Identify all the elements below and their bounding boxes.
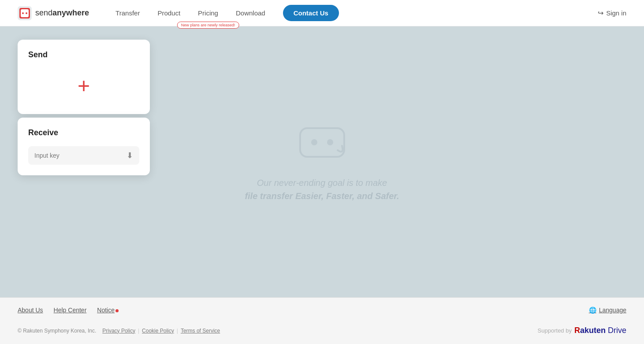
language-button[interactable]: 🌐 Language	[589, 307, 626, 314]
tagline: Our never-ending goal is to make file tr…	[245, 176, 399, 203]
nav-pricing-wrapper: Pricing New plans are newly released!	[198, 9, 218, 17]
rakuten-logo: Rakuten Drive	[574, 326, 626, 335]
supported-by-text: Supported by	[538, 327, 572, 334]
svg-rect-5	[300, 128, 344, 157]
add-file-icon: +	[78, 75, 90, 96]
nav-product[interactable]: Product	[157, 9, 180, 17]
sign-in-button[interactable]: ↪ Sign in	[598, 9, 626, 17]
footer-right: 🌐 Language	[589, 307, 626, 314]
sign-in-icon: ↪	[598, 9, 603, 17]
nav-pricing[interactable]: Pricing	[198, 9, 218, 17]
main-nav: Transfer Product Pricing New plans are n…	[115, 5, 598, 21]
header: sendanywhere Transfer Product Pricing Ne…	[0, 0, 644, 26]
logo[interactable]: sendanywhere	[18, 6, 89, 20]
logo-icon	[18, 6, 32, 20]
contact-us-button[interactable]: Contact Us	[283, 5, 339, 21]
main-content: Send + Receive ⬇ Our never-ending goal	[0, 26, 644, 297]
footer: About Us Help Center Notice 🌐 Language ©…	[0, 297, 644, 344]
cards-container: Send + Receive ⬇	[18, 40, 150, 175]
send-file-area[interactable]: +	[28, 68, 139, 104]
send-card: Send +	[18, 40, 150, 114]
footer-legal: © Rakuten Symphony Korea, Inc. Privacy P…	[18, 328, 220, 334]
footer-bottom: © Rakuten Symphony Korea, Inc. Privacy P…	[18, 326, 626, 335]
logo-text: sendanywhere	[35, 8, 89, 18]
send-title: Send	[28, 50, 139, 59]
receive-card: Receive ⬇	[18, 118, 150, 175]
svg-point-7	[327, 139, 333, 145]
footer-copyright: © Rakuten Symphony Korea, Inc.	[18, 328, 96, 334]
svg-point-4	[26, 12, 27, 14]
notice-dot	[115, 309, 119, 312]
svg-point-3	[22, 12, 24, 14]
receive-input-wrapper: ⬇	[28, 146, 139, 165]
download-icon[interactable]: ⬇	[127, 151, 133, 160]
big-logo-icon	[296, 122, 349, 167]
svg-point-6	[311, 139, 317, 145]
footer-cookie[interactable]: Cookie Policy	[142, 328, 174, 334]
footer-privacy[interactable]: Privacy Policy	[102, 328, 135, 334]
nav-download[interactable]: Download	[236, 9, 265, 17]
footer-top-row: About Us Help Center Notice 🌐 Language	[18, 307, 626, 321]
rakuten-branding: Supported by Rakuten Drive	[538, 326, 626, 335]
globe-icon: 🌐	[589, 307, 596, 314]
svg-rect-2	[21, 9, 29, 17]
key-input[interactable]	[34, 152, 123, 159]
footer-help-center[interactable]: Help Center	[54, 307, 87, 314]
center-branding: Our never-ending goal is to make file tr…	[245, 122, 399, 203]
footer-about-us[interactable]: About Us	[18, 307, 43, 314]
footer-terms[interactable]: Terms of Service	[181, 328, 220, 334]
new-plans-badge: New plans are newly released!	[177, 22, 239, 29]
footer-links: About Us Help Center Notice	[18, 307, 119, 314]
nav-transfer[interactable]: Transfer	[115, 9, 140, 17]
footer-notice[interactable]: Notice	[97, 307, 119, 314]
receive-title: Receive	[28, 128, 139, 137]
